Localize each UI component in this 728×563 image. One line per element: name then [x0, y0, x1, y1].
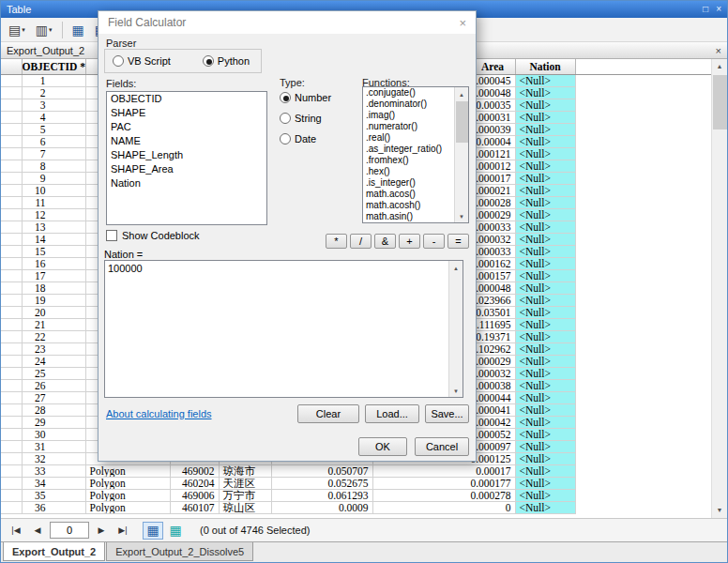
- table-row[interactable]: 35Polygon469006万宁市0.0612930.000278<Null>: [1, 489, 713, 501]
- scroll-down-icon[interactable]: [449, 384, 463, 397]
- cell-sel[interactable]: [1, 477, 22, 489]
- table-options-button[interactable]: ▤▾: [5, 21, 29, 39]
- cell-sel[interactable]: [1, 489, 22, 501]
- show-codeblock-checkbox[interactable]: Show Codeblock: [106, 230, 200, 241]
- cell-id[interactable]: 21: [22, 318, 85, 330]
- function-item[interactable]: math.acos(): [363, 189, 454, 200]
- cell-id[interactable]: 27: [22, 391, 85, 403]
- cell-id[interactable]: 5: [22, 123, 85, 135]
- cell-id[interactable]: 20: [22, 306, 85, 318]
- cell-area[interactable]: 0.000177: [372, 477, 515, 489]
- about-calculating-fields-link[interactable]: About calculating fields: [106, 408, 212, 419]
- expression-scrollbar[interactable]: [448, 261, 463, 397]
- functions-listbox[interactable]: .conjugate().denominator().imag().numera…: [362, 86, 469, 223]
- close-table-icon[interactable]: ×: [716, 45, 721, 56]
- save-button[interactable]: Save...: [425, 404, 469, 423]
- cell-sel[interactable]: [1, 342, 22, 355]
- scroll-up-icon[interactable]: [449, 261, 463, 274]
- cell-nation[interactable]: <Null>: [515, 306, 575, 318]
- field-item[interactable]: SHAPE_Area: [107, 162, 266, 176]
- functions-scrollbar[interactable]: [454, 87, 468, 222]
- cell-sel[interactable]: [1, 428, 22, 440]
- cell-sel[interactable]: [1, 74, 22, 86]
- operator-button[interactable]: -: [423, 234, 445, 249]
- cell-id[interactable]: 15: [22, 245, 85, 257]
- select-by-attributes-button[interactable]: ▦: [68, 21, 88, 39]
- column-header-id[interactable]: OBJECTID *: [22, 59, 85, 74]
- scrollbar-thumb[interactable]: [713, 75, 727, 129]
- fields-listbox[interactable]: OBJECTIDSHAPEPACNAMESHAPE_LengthSHAPE_Ar…: [106, 91, 267, 225]
- cell-nation[interactable]: <Null>: [515, 355, 575, 367]
- cell-sel[interactable]: [1, 135, 22, 147]
- cell-id[interactable]: 6: [22, 135, 85, 147]
- cell-sel[interactable]: [1, 172, 22, 184]
- cell-id[interactable]: 19: [22, 294, 85, 306]
- function-item[interactable]: .is_integer(): [363, 177, 454, 189]
- cancel-button[interactable]: Cancel: [415, 437, 469, 456]
- cell-sel[interactable]: [1, 391, 22, 403]
- cell-id[interactable]: 23: [22, 342, 85, 355]
- operator-button[interactable]: /: [350, 234, 372, 249]
- function-item[interactable]: .fromhex(): [363, 155, 454, 166]
- cell-sel[interactable]: [1, 245, 22, 257]
- last-record-button[interactable]: ▶|: [114, 522, 132, 539]
- cell-area[interactable]: 0.000278: [372, 489, 515, 501]
- cell-sel[interactable]: [1, 306, 22, 318]
- cell-sel[interactable]: [1, 452, 22, 464]
- type-option-string[interactable]: String: [280, 113, 331, 124]
- scrollbar-thumb[interactable]: [456, 101, 468, 143]
- cell-sel[interactable]: [1, 147, 22, 160]
- ok-button[interactable]: OK: [358, 437, 407, 456]
- cell-nation[interactable]: <Null>: [515, 294, 575, 306]
- operator-button[interactable]: *: [326, 234, 347, 249]
- cell-nation[interactable]: <Null>: [515, 440, 575, 452]
- cell-shape[interactable]: Polygon: [85, 464, 170, 477]
- cell-nation[interactable]: <Null>: [515, 208, 575, 221]
- function-item[interactable]: .denominator(): [363, 99, 454, 110]
- cell-nation[interactable]: <Null>: [515, 147, 575, 160]
- cell-nation[interactable]: <Null>: [515, 367, 575, 379]
- cell-nation[interactable]: <Null>: [515, 318, 575, 330]
- cell-id[interactable]: 13: [22, 221, 85, 233]
- cell-sel[interactable]: [1, 501, 22, 513]
- cell-nation[interactable]: <Null>: [515, 416, 575, 428]
- cell-sel[interactable]: [1, 282, 22, 294]
- cell-sel[interactable]: [1, 403, 22, 416]
- function-item[interactable]: .hex(): [363, 166, 454, 177]
- cell-pac[interactable]: 469006: [170, 489, 219, 501]
- cell-name[interactable]: 万宁市: [219, 489, 271, 501]
- cell-id[interactable]: 2: [22, 86, 85, 99]
- cell-id[interactable]: 25: [22, 367, 85, 379]
- cell-pac[interactable]: 469002: [170, 464, 219, 477]
- cell-shape[interactable]: Polygon: [85, 501, 170, 513]
- cell-id[interactable]: 14: [22, 233, 85, 245]
- cell-length[interactable]: 0.052675: [271, 477, 372, 489]
- cell-nation[interactable]: <Null>: [515, 172, 575, 184]
- cell-id[interactable]: 10: [22, 184, 85, 196]
- cell-nation[interactable]: <Null>: [515, 86, 575, 99]
- cell-id[interactable]: 33: [22, 464, 85, 477]
- cell-nation[interactable]: <Null>: [515, 111, 575, 123]
- operator-button[interactable]: =: [447, 234, 469, 249]
- function-item[interactable]: math.acosh(): [363, 200, 454, 211]
- bottom-tab-export-output-2[interactable]: Export_Output_2: [3, 542, 105, 561]
- dialog-titlebar[interactable]: Field Calculator ×: [99, 11, 476, 34]
- cell-sel[interactable]: [1, 233, 22, 245]
- scroll-up-icon[interactable]: [712, 59, 727, 74]
- table-row[interactable]: 34Polygon460204天涯区0.0526750.000177<Null>: [1, 477, 713, 489]
- cell-id[interactable]: 30: [22, 428, 85, 440]
- table-vertical-scrollbar[interactable]: [711, 59, 727, 518]
- cell-sel[interactable]: [1, 330, 22, 342]
- cell-length[interactable]: 0.061293: [271, 489, 372, 501]
- cell-id[interactable]: 4: [22, 111, 85, 123]
- table-row[interactable]: 36Polygon460107琼山区0.00090<Null>: [1, 501, 713, 513]
- cell-area[interactable]: 0: [372, 501, 515, 513]
- maximize-icon[interactable]: □: [703, 1, 708, 18]
- show-all-records-button[interactable]: ▦: [143, 522, 163, 540]
- cell-nation[interactable]: <Null>: [515, 452, 575, 464]
- cell-shape[interactable]: Polygon: [85, 489, 170, 501]
- cell-id[interactable]: 34: [22, 477, 85, 489]
- field-item[interactable]: SHAPE: [107, 106, 266, 120]
- cell-name[interactable]: 天涯区: [219, 477, 271, 489]
- operator-button[interactable]: &: [374, 234, 396, 249]
